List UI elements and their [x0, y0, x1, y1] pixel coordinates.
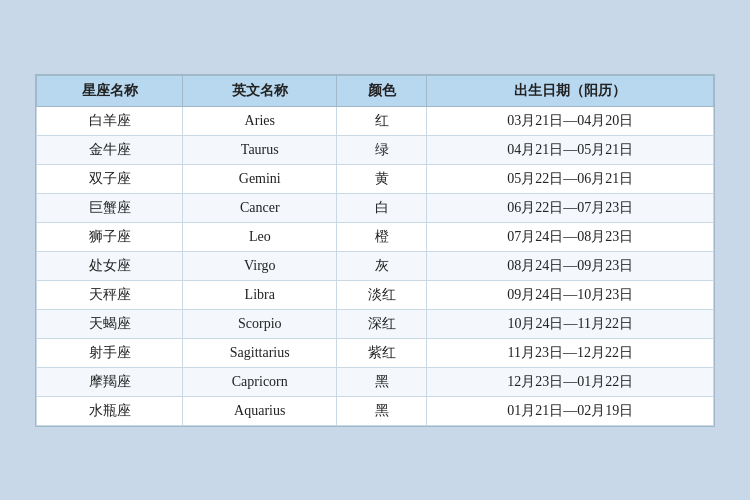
cell-color: 橙	[337, 222, 427, 251]
cell-dates: 05月22日—06月21日	[427, 164, 714, 193]
header-dates: 出生日期（阳历）	[427, 75, 714, 106]
table-row: 水瓶座Aquarius黑01月21日—02月19日	[37, 396, 714, 425]
cell-color: 深红	[337, 309, 427, 338]
table-row: 巨蟹座Cancer白06月22日—07月23日	[37, 193, 714, 222]
cell-english-name: Scorpio	[183, 309, 337, 338]
cell-dates: 03月21日—04月20日	[427, 106, 714, 135]
cell-chinese-name: 处女座	[37, 251, 183, 280]
cell-color: 紫红	[337, 338, 427, 367]
cell-color: 红	[337, 106, 427, 135]
cell-color: 白	[337, 193, 427, 222]
cell-chinese-name: 摩羯座	[37, 367, 183, 396]
cell-dates: 09月24日—10月23日	[427, 280, 714, 309]
cell-dates: 07月24日—08月23日	[427, 222, 714, 251]
cell-english-name: Gemini	[183, 164, 337, 193]
cell-chinese-name: 巨蟹座	[37, 193, 183, 222]
cell-chinese-name: 狮子座	[37, 222, 183, 251]
cell-english-name: Capricorn	[183, 367, 337, 396]
table-header-row: 星座名称 英文名称 颜色 出生日期（阳历）	[37, 75, 714, 106]
cell-dates: 08月24日—09月23日	[427, 251, 714, 280]
cell-chinese-name: 水瓶座	[37, 396, 183, 425]
cell-color: 灰	[337, 251, 427, 280]
cell-chinese-name: 天蝎座	[37, 309, 183, 338]
cell-dates: 04月21日—05月21日	[427, 135, 714, 164]
table-row: 天蝎座Scorpio深红10月24日—11月22日	[37, 309, 714, 338]
header-color: 颜色	[337, 75, 427, 106]
cell-dates: 06月22日—07月23日	[427, 193, 714, 222]
table-row: 处女座Virgo灰08月24日—09月23日	[37, 251, 714, 280]
cell-english-name: Taurus	[183, 135, 337, 164]
cell-english-name: Leo	[183, 222, 337, 251]
zodiac-table-container: 星座名称 英文名称 颜色 出生日期（阳历） 白羊座Aries红03月21日—04…	[35, 74, 715, 427]
table-row: 天秤座Libra淡红09月24日—10月23日	[37, 280, 714, 309]
cell-chinese-name: 天秤座	[37, 280, 183, 309]
cell-chinese-name: 射手座	[37, 338, 183, 367]
table-row: 双子座Gemini黄05月22日—06月21日	[37, 164, 714, 193]
cell-chinese-name: 金牛座	[37, 135, 183, 164]
table-row: 金牛座Taurus绿04月21日—05月21日	[37, 135, 714, 164]
cell-dates: 01月21日—02月19日	[427, 396, 714, 425]
cell-color: 黑	[337, 367, 427, 396]
cell-english-name: Aquarius	[183, 396, 337, 425]
cell-dates: 12月23日—01月22日	[427, 367, 714, 396]
cell-color: 黑	[337, 396, 427, 425]
table-row: 白羊座Aries红03月21日—04月20日	[37, 106, 714, 135]
table-row: 摩羯座Capricorn黑12月23日—01月22日	[37, 367, 714, 396]
zodiac-table: 星座名称 英文名称 颜色 出生日期（阳历） 白羊座Aries红03月21日—04…	[36, 75, 714, 426]
cell-english-name: Cancer	[183, 193, 337, 222]
cell-chinese-name: 白羊座	[37, 106, 183, 135]
cell-color: 绿	[337, 135, 427, 164]
cell-english-name: Sagittarius	[183, 338, 337, 367]
cell-english-name: Aries	[183, 106, 337, 135]
cell-english-name: Libra	[183, 280, 337, 309]
table-row: 狮子座Leo橙07月24日—08月23日	[37, 222, 714, 251]
header-chinese-name: 星座名称	[37, 75, 183, 106]
cell-dates: 10月24日—11月22日	[427, 309, 714, 338]
header-english-name: 英文名称	[183, 75, 337, 106]
table-row: 射手座Sagittarius紫红11月23日—12月22日	[37, 338, 714, 367]
cell-chinese-name: 双子座	[37, 164, 183, 193]
cell-color: 淡红	[337, 280, 427, 309]
cell-color: 黄	[337, 164, 427, 193]
cell-dates: 11月23日—12月22日	[427, 338, 714, 367]
cell-english-name: Virgo	[183, 251, 337, 280]
